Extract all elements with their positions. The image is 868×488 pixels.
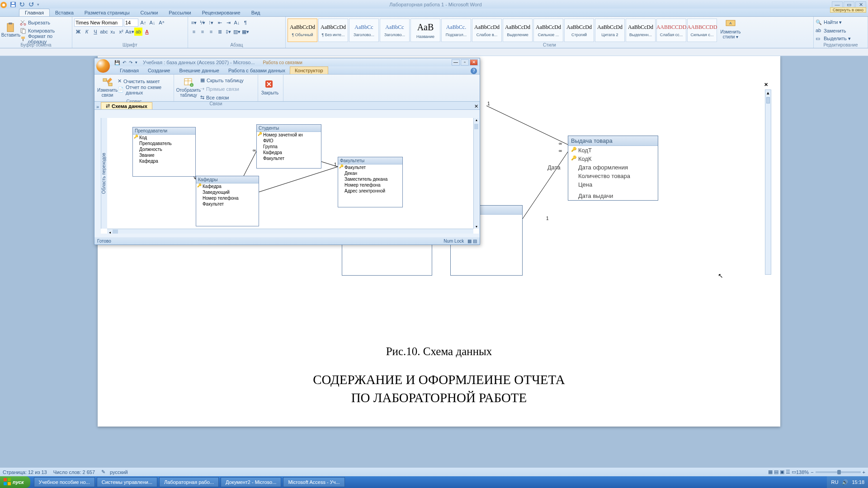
tray-volume-icon[interactable]: 🔊 bbox=[842, 479, 848, 485]
taskbar-item-3[interactable]: Документ2 - Microso... bbox=[221, 477, 281, 487]
picture-scrollbar[interactable]: ▴ bbox=[765, 89, 771, 275]
tab-home[interactable]: Главная bbox=[19, 9, 50, 16]
style-item-13[interactable]: AABBCCDDСильная с... bbox=[687, 19, 717, 42]
start-button[interactable]: пуск bbox=[0, 476, 30, 488]
align-left-icon[interactable]: ≡ bbox=[190, 28, 198, 36]
relationships-canvas[interactable]: Область переходов ▴▾ ◂ ∞ ∞ ∞ 1 ∞ 1 1 Пре… bbox=[101, 118, 479, 234]
borders-icon[interactable]: ▦▾ bbox=[241, 28, 250, 36]
bullets-icon[interactable]: ≡▾ bbox=[190, 19, 198, 27]
access-minimize-button[interactable]: — bbox=[452, 59, 460, 66]
nav-pane-collapsed[interactable]: Область переходов bbox=[101, 118, 107, 229]
close-relationships-button[interactable]: Закрыть bbox=[261, 75, 279, 99]
sort-icon[interactable]: A↓ bbox=[233, 19, 241, 27]
italic-icon[interactable]: К bbox=[83, 28, 91, 36]
shrink-font-icon[interactable]: A↓ bbox=[148, 19, 156, 27]
zoom-in-icon[interactable]: + bbox=[863, 469, 865, 475]
style-item-12[interactable]: AABBCCDDСлабая сс... bbox=[656, 19, 686, 42]
access-titlebar[interactable]: 💾 ↶ ↷ ▾ Учебная : база данных (Access 20… bbox=[94, 58, 480, 66]
status-wordcount[interactable]: Число слов: 2 657 bbox=[53, 469, 95, 475]
style-item-7[interactable]: AaBbCcDdВыделение bbox=[503, 19, 533, 42]
tray-clock[interactable]: 15:18 bbox=[852, 479, 864, 485]
redo-icon[interactable] bbox=[28, 1, 34, 8]
style-item-3[interactable]: AaBbCcЗаголово... bbox=[380, 19, 410, 42]
access-restore-button[interactable]: ▫ bbox=[461, 59, 469, 66]
zoom-out-icon[interactable]: − bbox=[811, 469, 813, 475]
style-item-9[interactable]: AaBbCcDdСтрогий bbox=[564, 19, 594, 42]
style-item-2[interactable]: AaBbCcЗаголово... bbox=[349, 19, 379, 42]
schema-tab-close-icon[interactable]: ✕ bbox=[472, 103, 480, 109]
access-help-icon[interactable]: ? bbox=[471, 68, 477, 74]
table-fakultety[interactable]: Факультеты Факультет Декан Заместитель д… bbox=[338, 157, 403, 207]
change-styles-icon[interactable]: A bbox=[725, 18, 736, 29]
table-prepod[interactable]: Преподаватели Код Преподаватель Должност… bbox=[132, 127, 196, 177]
underline-icon[interactable]: Ч bbox=[91, 28, 99, 36]
clear-layout-button[interactable]: ✕Очистить макет bbox=[118, 77, 171, 85]
direct-links-button[interactable]: ⇢Прямые связи bbox=[200, 85, 244, 93]
style-item-10[interactable]: AaBbCcDdЦитата 2 bbox=[595, 19, 625, 42]
canvas-vscroll[interactable]: ▴▾ bbox=[473, 118, 479, 229]
collapse-hint[interactable]: Свернуть в окно bbox=[830, 7, 866, 13]
shading-icon[interactable]: ▨▾ bbox=[233, 28, 241, 36]
all-links-button[interactable]: ⇆Все связи bbox=[200, 94, 244, 101]
taskbar-item-0[interactable]: Учебное пособие но... bbox=[34, 477, 95, 487]
horizontal-ruler[interactable] bbox=[0, 48, 868, 56]
access-window[interactable]: 💾 ↶ ↷ ▾ Учебная : база данных (Access 20… bbox=[94, 58, 480, 245]
show-marks-icon[interactable]: ¶ bbox=[241, 19, 250, 27]
font-name-select[interactable] bbox=[74, 19, 123, 27]
access-undo-icon[interactable]: ↶ bbox=[123, 60, 126, 65]
table-studenty[interactable]: Студенты Номер зачетной кн ФИО Группа Ка… bbox=[256, 124, 321, 169]
office-orb-icon[interactable] bbox=[96, 59, 110, 73]
increase-indent-icon[interactable]: ⇥ bbox=[224, 19, 232, 27]
font-color-icon[interactable]: A bbox=[143, 28, 151, 36]
access-close-button[interactable]: ✕ bbox=[470, 59, 478, 66]
justify-icon[interactable]: ≣ bbox=[216, 28, 224, 36]
highlight-icon[interactable]: ab bbox=[134, 28, 142, 36]
zoom-value[interactable]: 138% bbox=[796, 469, 809, 475]
save-icon[interactable] bbox=[10, 1, 16, 8]
style-item-6[interactable]: AaBbCcDdСлабое в... bbox=[472, 19, 502, 42]
select-button[interactable]: ▭Выделить ▾ bbox=[816, 35, 851, 42]
tab-references[interactable]: Ссылки bbox=[135, 9, 164, 16]
access-tab-external[interactable]: Внешние данные bbox=[175, 67, 224, 74]
replace-button[interactable]: abЗаменить bbox=[816, 27, 851, 34]
find-button[interactable]: 🔍Найти ▾ bbox=[816, 19, 851, 26]
strike-icon[interactable]: abc bbox=[100, 28, 108, 36]
access-tab-home[interactable]: Главная bbox=[115, 67, 143, 74]
style-item-1[interactable]: AaBbCcDd¶ Без инте... bbox=[318, 19, 348, 42]
style-item-11[interactable]: AaBbCcDdВыделенн... bbox=[626, 19, 656, 42]
status-spellcheck-icon[interactable]: ✎ bbox=[101, 469, 105, 475]
styles-gallery[interactable]: AaBbCcDd¶ ОбычныйAaBbCcDd¶ Без инте...Aa… bbox=[288, 18, 717, 42]
access-tab-dbtools[interactable]: Работа с базами данных bbox=[224, 67, 290, 74]
paste-button[interactable]: Вставить bbox=[2, 18, 20, 41]
minimize-button[interactable]: — bbox=[832, 1, 843, 8]
line-spacing-icon[interactable]: ‡▾ bbox=[224, 28, 232, 36]
table-kafedry[interactable]: Кафедры Кафедра Заведующий Номер телефон… bbox=[196, 176, 259, 226]
hide-table-button[interactable]: ▦Скрыть таблицу bbox=[200, 76, 244, 84]
tab-review[interactable]: Рецензирование bbox=[197, 9, 246, 16]
restore-button[interactable]: ▭ bbox=[844, 1, 854, 8]
close-button[interactable]: ✕ bbox=[855, 1, 866, 8]
edit-relationships-button[interactable]: Изменить связи bbox=[97, 75, 118, 99]
tab-insert[interactable]: Вставка bbox=[50, 9, 79, 16]
canvas-hscroll[interactable]: ◂ bbox=[107, 229, 473, 234]
superscript-icon[interactable]: x² bbox=[117, 28, 125, 36]
style-item-0[interactable]: AaBbCcDd¶ Обычный bbox=[288, 19, 317, 42]
cut-button[interactable]: Вырезать bbox=[20, 19, 70, 26]
view-buttons[interactable]: ▦ ▤ ▣ ☰ ▭ bbox=[768, 469, 796, 475]
style-item-8[interactable]: AaBbCcDdСильное ... bbox=[533, 19, 563, 42]
status-page[interactable]: Страница: 12 из 13 bbox=[3, 469, 47, 475]
schema-tab[interactable]: ⇄ Схема данных bbox=[101, 102, 152, 109]
bold-icon[interactable]: Ж bbox=[74, 28, 82, 36]
tab-pagelayout[interactable]: Разметка страницы bbox=[79, 9, 135, 16]
font-size-select[interactable] bbox=[124, 19, 138, 27]
multilevel-icon[interactable]: ⁝▾ bbox=[207, 19, 215, 27]
zoom-slider[interactable] bbox=[816, 471, 861, 473]
format-painter-button[interactable]: Формат по образцу bbox=[20, 35, 70, 42]
access-tab-create[interactable]: Создание bbox=[143, 67, 175, 74]
style-item-4[interactable]: AaBНазвание bbox=[410, 19, 440, 42]
access-redo-icon[interactable]: ↷ bbox=[129, 60, 132, 65]
access-tab-design[interactable]: Конструктор bbox=[290, 66, 328, 74]
tray-lang[interactable]: RU bbox=[831, 479, 839, 485]
subscript-icon[interactable]: x₂ bbox=[108, 28, 117, 36]
clear-formatting-icon[interactable]: Aᵃ bbox=[157, 19, 165, 27]
